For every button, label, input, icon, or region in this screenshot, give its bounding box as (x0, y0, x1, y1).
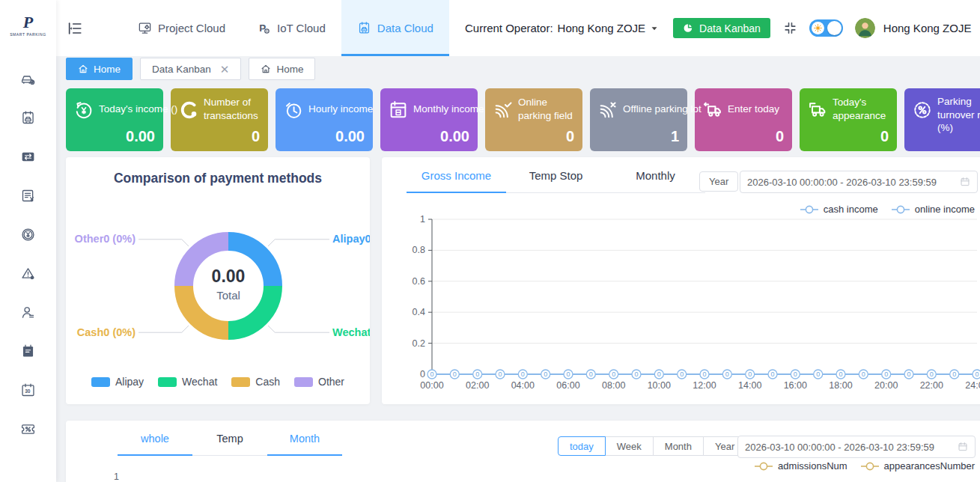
svg-text:0: 0 (453, 370, 457, 378)
tab-temp[interactable]: Temp (192, 427, 267, 456)
svg-text:0: 0 (420, 369, 425, 379)
line-marker-icon (860, 462, 880, 471)
svg-text:12:00: 12:00 (693, 380, 716, 391)
sidebar-item-lane-pass-icon[interactable] (0, 137, 56, 176)
sidebar-item-billing-doc-icon[interactable] (0, 176, 56, 215)
calendar-icon (958, 442, 968, 452)
stat-card-label: Offline parking lot (623, 95, 701, 123)
sidebar-item-alarm-icon[interactable] (0, 254, 56, 293)
member-search-icon (20, 305, 36, 320)
tab-home[interactable]: Home (249, 58, 315, 80)
data-kanban-button[interactable]: Data Kanban (673, 18, 770, 38)
legend-item-wechat[interactable]: Wechat (158, 376, 217, 388)
tab-monthly[interactable]: Monthly (606, 163, 705, 193)
calendar-icon (960, 177, 970, 187)
legend-swatch (91, 377, 110, 387)
svg-text:0: 0 (770, 370, 774, 378)
parking-record-icon (20, 110, 36, 126)
legend-item-online-income[interactable]: online income (891, 204, 975, 215)
svg-text:0: 0 (634, 370, 638, 378)
range-button-today[interactable]: today (558, 436, 606, 456)
avatar[interactable] (855, 18, 875, 38)
svg-text:0: 0 (862, 370, 865, 378)
sidebar-item-coupon-icon[interactable] (0, 409, 56, 448)
svg-text:0: 0 (794, 370, 797, 378)
nav-iot-cloud[interactable]: PIoT Cloud (241, 0, 341, 56)
stat-card-value: 0 (880, 128, 889, 145)
sidebar-item-parking-record-icon[interactable] (0, 98, 56, 137)
tab-data-kanban[interactable]: Data Kanban✕ (140, 58, 241, 80)
range-button-month[interactable]: Month (653, 436, 704, 456)
y-axis-tick: 1 (114, 472, 119, 482)
sidebar-item-member-search-icon[interactable] (0, 293, 56, 332)
traffic-tabs: wholeTempMonth (118, 427, 342, 456)
stat-card-label: Hourly income (308, 95, 373, 123)
nav-data-cloud[interactable]: Data Cloud (341, 0, 449, 56)
exit-fullscreen-icon[interactable] (783, 21, 797, 35)
sidebar-item-ledger-icon[interactable] (0, 332, 56, 370)
svg-text:0: 0 (952, 370, 956, 378)
donut-center: 0.00 Total (183, 266, 273, 302)
svg-text:06:00: 06:00 (556, 380, 579, 391)
nav-project-cloud[interactable]: Project Cloud (122, 0, 241, 56)
svg-text:0: 0 (930, 370, 934, 378)
tab-temp-stop[interactable]: Temp Stop (506, 163, 606, 193)
stat-card-value: 0.00 (440, 128, 469, 145)
legend-item-cash-income[interactable]: cash income (800, 204, 878, 215)
collapse-menu-icon[interactable] (67, 20, 83, 37)
sidebar-item-car-admin-icon[interactable] (0, 59, 56, 98)
operator-select[interactable]: Hong Kong ZOJE (558, 22, 646, 34)
cloud-nav: Project CloudPIoT CloudData Cloud (122, 0, 449, 56)
sidebar: P SMART PARKING 30 (0, 0, 56, 482)
donut-legend: AlipayWechatCashOther (66, 376, 370, 388)
payment-methods-panel: Comparison of payment methods Alipay0 (0… (66, 157, 370, 404)
stat-card-value: 0.00 (126, 128, 155, 145)
truck-enter-icon (702, 100, 723, 120)
theme-toggle[interactable] (809, 19, 843, 37)
pie-icon (683, 22, 694, 34)
stat-card-value: 1 (671, 128, 679, 145)
stat-card-label: Online parking field (518, 95, 581, 123)
svg-text:0: 0 (612, 370, 615, 378)
legend-item-appearancesnumber[interactable]: appearancesNumber (860, 460, 975, 472)
topbar-right: Current Operator: Hong Kong ZOJE Data Ka… (465, 0, 980, 56)
range-button-week[interactable]: Week (605, 436, 654, 456)
stat-card-value: 0 (252, 128, 260, 145)
stat-card: Parking turnover rate (%)0 (904, 88, 980, 151)
alarm-icon (20, 266, 36, 281)
caret-down-icon[interactable] (649, 23, 660, 34)
data-kanban-label: Data Kanban (699, 22, 761, 34)
svg-text:0: 0 (816, 370, 820, 378)
data-cloud-icon (357, 21, 371, 35)
tab-whole[interactable]: whole (118, 427, 192, 456)
topbar: Project CloudPIoT CloudData Cloud Curren… (56, 0, 980, 56)
tab-gross-income[interactable]: Gross Income (407, 163, 506, 193)
svg-text:10:00: 10:00 (648, 380, 671, 391)
sidebar-item-calendar-30-icon[interactable]: 30 (0, 370, 56, 409)
stat-card-value: 0.00 (335, 128, 365, 145)
svg-text:0: 0 (566, 370, 570, 378)
svg-text:30: 30 (25, 388, 31, 394)
svg-text:0: 0 (907, 370, 910, 378)
legend-item-admissionsnum[interactable]: admissionsNum (754, 460, 847, 472)
tab-month[interactable]: Month (267, 427, 342, 456)
stat-card: Enter today0 (695, 88, 792, 151)
user-name: Hong Kong ZOJE (883, 22, 972, 34)
toggle-knob (827, 21, 841, 35)
close-icon[interactable]: ✕ (220, 64, 230, 75)
svg-text:18:00: 18:00 (829, 380, 852, 391)
legend-item-alipay[interactable]: Alipay (91, 376, 144, 388)
year-range-button[interactable]: Year (699, 171, 738, 192)
tab-home[interactable]: Home (66, 58, 133, 80)
svg-text:0.4: 0.4 (413, 307, 425, 317)
line-marker-icon (800, 205, 819, 214)
svg-text:02:00: 02:00 (466, 380, 489, 391)
sidebar-item-coin-yen-icon[interactable] (0, 215, 56, 254)
stat-card-value: 0 (776, 128, 784, 145)
legend-item-cash[interactable]: Cash (231, 376, 280, 388)
line-marker-icon (754, 462, 773, 471)
date-range-picker[interactable]: 2026-03-10 00:00:00 - 2026-03-10 23:59:5… (737, 436, 976, 458)
date-range-picker[interactable]: 2026-03-10 00:00:00 - 2026-03-10 23:59:5… (740, 171, 978, 193)
legend-item-other[interactable]: Other (294, 376, 344, 388)
line-marker-icon (891, 205, 910, 214)
